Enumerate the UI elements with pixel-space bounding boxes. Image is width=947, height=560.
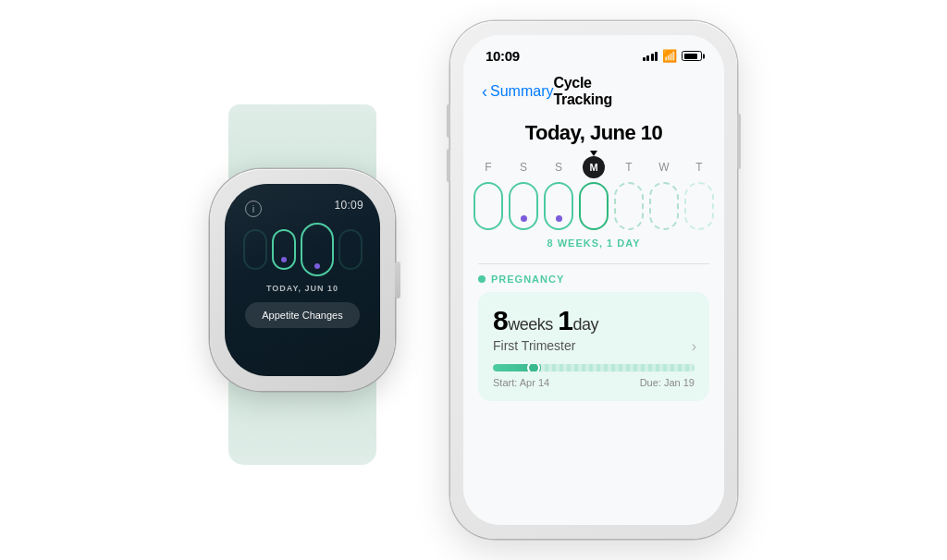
watch-cycle-area [243, 223, 363, 276]
back-label: Summary [490, 83, 553, 100]
watch-pill-4 [338, 229, 363, 270]
progress-fill [493, 364, 537, 371]
start-date: Start: Apr 14 [493, 377, 549, 388]
day-label-W: W [649, 161, 679, 174]
cal-pill-2[interactable] [509, 182, 538, 230]
signal-bar-1 [643, 57, 646, 61]
day-label-T2: T [684, 161, 714, 174]
watch-body: i 10:09 TODAY, JUN 10 Appetite Changes [210, 169, 395, 391]
phone-body: 10:09 📶 [450, 21, 737, 539]
day-label-M-today: M [579, 156, 609, 178]
watch-band-bottom [228, 382, 376, 465]
power-button[interactable] [737, 114, 741, 169]
pregnancy-card[interactable]: › 8weeks 1day First Trimester Start: Apr… [478, 292, 709, 401]
vol-down-button[interactable] [447, 149, 450, 182]
weeks-unit: weeks [508, 315, 553, 334]
status-icons: 📶 [643, 49, 703, 63]
chevron-left-icon: ‹ [482, 83, 487, 100]
day-unit: day [573, 315, 599, 334]
watch-crown [395, 262, 400, 298]
day-number: 1 [558, 305, 572, 335]
due-date: Due: Jan 19 [640, 377, 695, 388]
battery-fill [684, 54, 697, 59]
divider [478, 263, 709, 264]
phone-container: 10:09 📶 [450, 21, 737, 539]
cal-pill-4-today[interactable] [579, 182, 609, 230]
watch-info-icon: i [245, 201, 262, 217]
nav-bar: ‹ Summary Cycle Tracking [463, 69, 724, 117]
progress-dates: Start: Apr 14 Due: Jan 19 [493, 377, 695, 388]
cycle-date-heading: Today, June 10 [478, 121, 709, 145]
section-label: PREGNANCY [478, 274, 709, 285]
chevron-right-icon: › [692, 338, 696, 355]
watch-container: i 10:09 TODAY, JUN 10 Appetite Changes [210, 169, 395, 391]
watch-pill-3-active [301, 223, 334, 276]
back-button[interactable]: ‹ Summary [482, 83, 553, 100]
day-labels-row: F S S M [474, 156, 714, 178]
today-arrow [590, 151, 597, 156]
signal-bar-2 [646, 55, 649, 61]
page-title: Cycle Tracking [553, 75, 646, 108]
progress-bar [493, 364, 695, 371]
pills-row [474, 182, 714, 230]
weeks-number: 8 [493, 305, 508, 335]
watch-band-top [228, 104, 376, 178]
weeks-label: 8 WEEKS, 1 DAY [478, 237, 709, 249]
today-indicator [590, 151, 597, 156]
cal-pill-1[interactable] [474, 182, 503, 230]
section-dot-icon [478, 275, 486, 283]
calendar-strip: F S S M [478, 156, 709, 230]
trimester-label: First Trimester [493, 338, 695, 353]
day-label-S2: S [544, 161, 573, 174]
cal-dot-2 [556, 215, 562, 222]
status-time: 10:09 [486, 48, 520, 64]
watch-dot-2 [314, 263, 320, 269]
cal-pill-5[interactable] [614, 182, 644, 230]
signal-bar-3 [651, 54, 654, 61]
scene: i 10:09 TODAY, JUN 10 Appetite Changes [0, 0, 947, 560]
cal-pill-6[interactable] [649, 182, 679, 230]
watch-date: TODAY, JUN 10 [266, 284, 338, 293]
status-bar: 10:09 📶 [463, 35, 724, 69]
watch-symptom-button[interactable]: Appetite Changes [245, 302, 359, 328]
day-label-T1: T [614, 161, 644, 174]
watch-pill-2 [272, 229, 296, 270]
signal-icon [643, 52, 658, 61]
day-label-S1: S [509, 161, 538, 174]
watch-pill-1 [243, 229, 267, 270]
pregnancy-weeks-text: 8weeks 1day [493, 305, 695, 336]
section-text: PREGNANCY [491, 274, 564, 285]
phone-screen: 10:09 📶 [463, 35, 724, 525]
vol-up-button[interactable] [447, 104, 450, 138]
cal-pill-7[interactable] [684, 182, 714, 230]
wifi-icon: 📶 [662, 49, 677, 63]
phone-content: Today, June 10 F S S [463, 117, 724, 525]
watch-screen: i 10:09 TODAY, JUN 10 Appetite Changes [225, 184, 380, 376]
watch-time: 10:09 [334, 199, 363, 212]
cal-pill-3[interactable] [544, 182, 573, 230]
signal-bar-4 [655, 52, 658, 61]
day-label-F: F [474, 161, 503, 174]
watch-dot-1 [281, 257, 287, 262]
today-badge: M [583, 156, 605, 178]
battery-icon [682, 51, 702, 61]
cal-dot-1 [521, 215, 527, 222]
